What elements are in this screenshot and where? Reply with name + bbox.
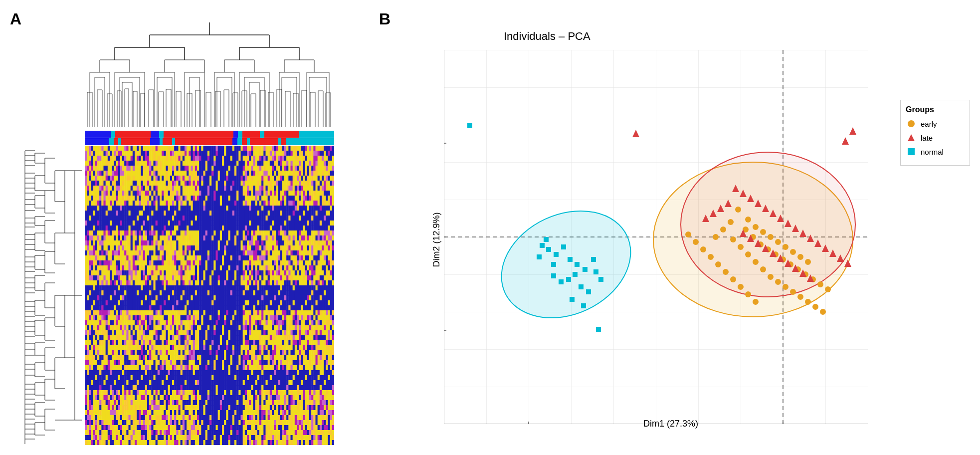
svg-point-371 bbox=[720, 227, 726, 232]
svg-point-387 bbox=[693, 239, 699, 245]
svg-point-368 bbox=[817, 281, 823, 287]
svg-rect-340 bbox=[593, 269, 598, 274]
normal-icon bbox=[906, 146, 917, 157]
svg-point-379 bbox=[775, 279, 781, 285]
legend-label-early: early bbox=[921, 120, 937, 128]
svg-point-390 bbox=[715, 261, 721, 267]
svg-point-351 bbox=[760, 229, 766, 235]
svg-point-392 bbox=[730, 276, 736, 282]
side-dendrogram-svg bbox=[5, 146, 85, 445]
svg-rect-325 bbox=[540, 243, 545, 248]
y-axis-label: Dim2 (12.9%) bbox=[431, 212, 442, 267]
svg-point-350 bbox=[753, 224, 759, 230]
panel-b: B Individuals – PCA bbox=[374, 0, 980, 455]
svg-point-354 bbox=[783, 244, 788, 250]
svg-rect-326 bbox=[546, 247, 551, 252]
late-icon bbox=[906, 132, 917, 143]
svg-point-380 bbox=[783, 284, 788, 290]
svg-rect-330 bbox=[575, 262, 580, 267]
svg-point-324 bbox=[681, 152, 855, 297]
svg-point-370 bbox=[728, 219, 734, 225]
svg-point-384 bbox=[812, 304, 818, 310]
svg-point-391 bbox=[723, 269, 729, 275]
svg-point-393 bbox=[738, 284, 744, 290]
legend-item-early: early bbox=[906, 118, 965, 129]
svg-rect-343 bbox=[591, 257, 596, 262]
legend-label-late: late bbox=[921, 134, 933, 142]
svg-point-356 bbox=[797, 254, 803, 260]
svg-point-386 bbox=[685, 231, 691, 237]
early-icon bbox=[906, 118, 917, 129]
legend-item-normal: normal bbox=[906, 146, 965, 157]
svg-marker-430 bbox=[908, 134, 915, 141]
svg-point-429 bbox=[908, 120, 915, 127]
svg-rect-332 bbox=[551, 273, 556, 278]
x-axis-label: Dim1 (27.3%) bbox=[643, 419, 698, 429]
svg-rect-331 bbox=[583, 267, 588, 272]
svg-rect-346 bbox=[467, 123, 472, 128]
svg-rect-338 bbox=[544, 237, 549, 242]
svg-rect-327 bbox=[554, 252, 559, 257]
svg-point-375 bbox=[745, 251, 751, 257]
heatmap-canvas bbox=[85, 146, 334, 445]
pca-plot: Individuals – PCA bbox=[404, 25, 893, 444]
top-dendrogram: // We'll just draw these with inline SVG… bbox=[85, 20, 334, 130]
svg-point-395 bbox=[753, 299, 759, 305]
svg-point-385 bbox=[820, 309, 826, 315]
svg-rect-334 bbox=[566, 277, 571, 282]
svg-point-357 bbox=[805, 259, 811, 265]
svg-rect-339 bbox=[551, 262, 556, 267]
side-dendrogram bbox=[5, 146, 85, 445]
svg-rect-431 bbox=[908, 148, 915, 155]
legend-title: Groups bbox=[906, 105, 965, 114]
svg-point-349 bbox=[745, 217, 751, 223]
svg-point-373 bbox=[730, 236, 736, 242]
svg-point-372 bbox=[713, 234, 719, 240]
svg-point-376 bbox=[753, 259, 759, 265]
svg-rect-342 bbox=[598, 277, 603, 282]
svg-rect-345 bbox=[581, 303, 586, 308]
svg-rect-344 bbox=[570, 297, 575, 302]
svg-rect-341 bbox=[537, 254, 542, 259]
svg-rect-337 bbox=[586, 289, 591, 294]
svg-point-369 bbox=[825, 286, 831, 292]
svg-point-388 bbox=[700, 246, 706, 252]
svg-point-353 bbox=[775, 239, 781, 245]
color-bar-2 bbox=[85, 138, 334, 145]
svg-point-378 bbox=[768, 274, 774, 280]
heatmap bbox=[85, 146, 334, 445]
top-dendrogram-svg: // We'll just draw these with inline SVG… bbox=[85, 20, 334, 130]
svg-rect-328 bbox=[561, 244, 566, 249]
svg-rect-347 bbox=[596, 327, 601, 332]
svg-point-394 bbox=[745, 291, 751, 297]
svg-rect-336 bbox=[579, 284, 584, 289]
svg-point-355 bbox=[790, 249, 796, 255]
pca-axes: -10 0 5 -5 bbox=[444, 50, 868, 424]
legend: Groups early late normal bbox=[900, 100, 970, 166]
panel-b-label: B bbox=[379, 10, 391, 28]
color-bar-1 bbox=[85, 131, 334, 138]
panel-a-label: A bbox=[10, 10, 21, 28]
svg-rect-329 bbox=[568, 257, 573, 262]
svg-point-348 bbox=[735, 207, 741, 213]
legend-item-late: late bbox=[906, 132, 965, 143]
svg-point-377 bbox=[760, 266, 766, 272]
legend-label-normal: normal bbox=[921, 148, 944, 156]
svg-point-352 bbox=[768, 234, 774, 240]
svg-rect-333 bbox=[559, 279, 564, 284]
svg-point-382 bbox=[797, 294, 803, 300]
panel-a: A bbox=[0, 0, 349, 455]
svg-point-381 bbox=[790, 289, 796, 295]
color-bars bbox=[85, 131, 334, 145]
svg-point-389 bbox=[708, 254, 714, 260]
svg-rect-335 bbox=[573, 272, 578, 277]
pca-title: Individuals – PCA bbox=[504, 30, 590, 43]
svg-point-374 bbox=[738, 244, 744, 250]
svg-point-383 bbox=[805, 299, 811, 305]
